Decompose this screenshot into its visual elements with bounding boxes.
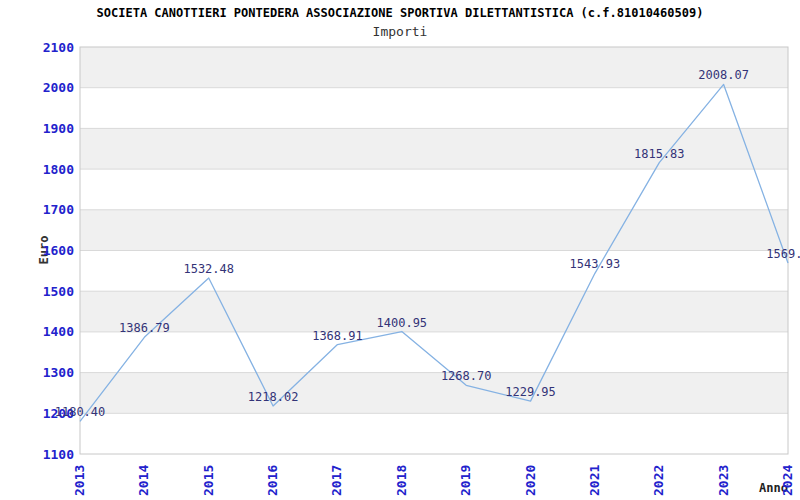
x-tick-label: 2021 xyxy=(587,465,602,496)
x-tick-label: 2020 xyxy=(523,465,538,496)
plot-band xyxy=(80,47,788,88)
data-point-label: 1543.93 xyxy=(570,257,621,271)
chart-canvas: SOCIETA CANOTTIERI PONTEDERA ASSOCIAZION… xyxy=(0,0,800,500)
plot-band xyxy=(80,332,788,373)
plot-band xyxy=(80,413,788,454)
data-point-label: 1569.2 xyxy=(766,247,800,261)
x-tick-label: 2024 xyxy=(780,465,795,496)
y-tick-label: 1400 xyxy=(43,324,74,339)
data-point-label: 1532.48 xyxy=(183,262,234,276)
x-tick-label: 2016 xyxy=(265,465,280,496)
x-tick-label: 2013 xyxy=(72,465,87,496)
x-tick-label: 2015 xyxy=(201,465,216,496)
y-tick-label: 2100 xyxy=(43,40,74,55)
x-tick-label: 2018 xyxy=(394,465,409,496)
plot-band xyxy=(80,169,788,210)
y-tick-label: 2000 xyxy=(43,80,74,95)
x-tick-label: 2022 xyxy=(651,465,666,496)
plot-band xyxy=(80,88,788,129)
x-tick-label: 2014 xyxy=(136,465,151,496)
y-tick-label: 1500 xyxy=(43,284,74,299)
y-tick-label: 1700 xyxy=(43,202,74,217)
plot-band xyxy=(80,373,788,414)
x-tick-label: 2023 xyxy=(716,465,731,496)
data-point-label: 1229.95 xyxy=(505,385,556,399)
y-tick-label: 1300 xyxy=(43,365,74,380)
data-point-label: 1268.70 xyxy=(441,369,492,383)
y-tick-label: 1600 xyxy=(43,243,74,258)
plot-band xyxy=(80,210,788,251)
y-tick-label: 1100 xyxy=(43,447,74,462)
data-point-label: 1180.40 xyxy=(55,405,106,419)
data-point-label: 1815.83 xyxy=(634,147,685,161)
x-tick-label: 2017 xyxy=(329,465,344,496)
plot-band xyxy=(80,291,788,332)
y-tick-label: 1900 xyxy=(43,121,74,136)
data-point-label: 1400.95 xyxy=(377,316,428,330)
y-tick-label: 1800 xyxy=(43,162,74,177)
line-chart-plot: 2100200019001800170016001500140013001200… xyxy=(0,0,800,500)
data-point-label: 1368.91 xyxy=(312,329,363,343)
data-point-label: 1386.79 xyxy=(119,321,170,335)
data-point-label: 2008.07 xyxy=(698,68,749,82)
x-tick-label: 2019 xyxy=(458,465,473,496)
data-point-label: 1218.02 xyxy=(248,390,299,404)
